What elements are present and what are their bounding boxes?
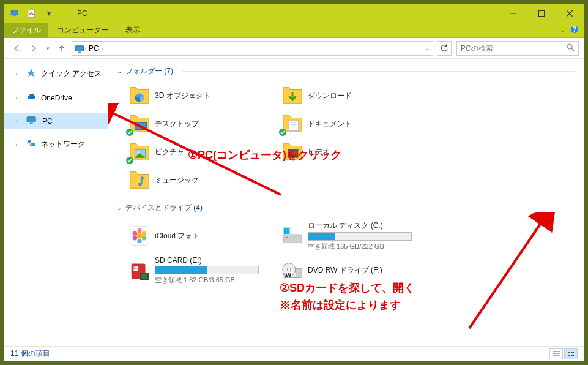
ribbon-tab-view[interactable]: 表示 (117, 23, 149, 38)
svg-point-29 (137, 151, 140, 154)
chevron-right-icon[interactable]: › (102, 45, 103, 51)
search-icon[interactable] (567, 43, 575, 53)
sidebar-item-onedrive[interactable]: › OneDrive (4, 89, 108, 107)
pc-icon (26, 116, 37, 126)
ribbon-expand-icon[interactable]: ⌄ (560, 26, 565, 34)
search-input[interactable] (461, 44, 567, 53)
search-box[interactable] (456, 41, 579, 56)
onedrive-icon (26, 92, 36, 103)
group-header-folders[interactable]: ⌄ フォルダー (7) (111, 64, 581, 79)
svg-point-41 (133, 236, 138, 241)
drive-icloud-photo[interactable]: iCloud フォト (123, 218, 276, 254)
folder-desktop[interactable]: デスクトップ (123, 110, 276, 138)
group-header-devices[interactable]: ⌄ デバイスとドライブ (4) (111, 200, 581, 216)
quick-access-icon (26, 68, 36, 80)
sidebar-item-pc[interactable]: › PC (4, 113, 108, 129)
ribbon: ファイル コンピューター 表示 ⌄ ? (4, 23, 584, 38)
maximize-button[interactable] (527, 4, 556, 23)
svg-rect-1 (13, 15, 16, 16)
folder-3d-objects[interactable]: 3D オブジェクト (123, 81, 276, 110)
svg-rect-48 (284, 231, 287, 234)
sidebar-item-label: クイック アクセス (41, 69, 102, 79)
statusbar: 11 個の項目 (4, 346, 584, 361)
svg-rect-43 (283, 235, 302, 243)
svg-rect-23 (289, 120, 298, 130)
chevron-right-icon[interactable]: › (15, 95, 21, 101)
large-icons-view-button[interactable] (564, 348, 578, 359)
svg-point-40 (137, 239, 142, 244)
svg-point-42 (133, 231, 138, 236)
svg-point-39 (142, 236, 147, 241)
sidebar-item-label: OneDrive (41, 94, 72, 102)
back-button[interactable] (9, 41, 24, 56)
folders-grid: 3D オブジェクト ダウンロード デスクトップ ドキュメント ピクチャ (111, 79, 581, 200)
system-menu-icon[interactable] (8, 7, 21, 20)
svg-rect-16 (28, 140, 31, 143)
svg-rect-46 (284, 228, 287, 231)
chevron-right-icon[interactable]: › (15, 118, 21, 124)
svg-rect-9 (75, 45, 84, 51)
qat-properties-icon[interactable] (25, 7, 39, 20)
folder-music[interactable]: ミュージック (123, 166, 276, 194)
status-item-count: 11 個の項目 (10, 348, 50, 359)
svg-rect-67 (568, 352, 570, 353)
details-view-button[interactable] (549, 348, 563, 359)
svg-rect-14 (27, 117, 35, 122)
svg-text:?: ? (572, 25, 576, 34)
drive-local-c[interactable]: ローカル ディスク (C:) 空き領域 165 GB/222 GB (276, 218, 429, 254)
up-button[interactable] (54, 41, 69, 56)
folder-pictures[interactable]: ピクチャ (123, 138, 276, 166)
minimize-button[interactable] (499, 4, 527, 23)
svg-line-12 (571, 48, 574, 51)
svg-marker-13 (27, 69, 35, 77)
svg-rect-69 (568, 355, 570, 356)
breadcrumb-pc[interactable]: PC (86, 44, 102, 53)
address-dropdown-icon[interactable]: ⌄ (425, 45, 430, 51)
svg-rect-54 (141, 274, 147, 279)
svg-rect-44 (286, 237, 288, 238)
svg-rect-0 (11, 10, 18, 15)
sidebar-item-quick-access[interactable]: › クイック アクセス (4, 65, 108, 83)
folder-documents[interactable]: ドキュメント (276, 110, 429, 138)
window-title: PC (77, 9, 87, 18)
svg-rect-70 (571, 355, 574, 356)
svg-rect-47 (287, 228, 290, 231)
svg-point-36 (136, 233, 143, 239)
folder-videos[interactable]: ビデオ (276, 138, 429, 166)
svg-rect-33 (288, 156, 298, 158)
usage-bar (308, 232, 412, 241)
explorer-window: ▾ PC ファイル コンピューター 表示 ⌄ ? (4, 4, 584, 361)
chevron-down-icon[interactable]: ⌄ (117, 68, 122, 75)
sidebar-item-label: PC (42, 117, 53, 126)
svg-rect-49 (287, 231, 290, 234)
devices-grid: iCloud フォト ローカル ディスク (C:) 空き領域 165 GB/22… (111, 216, 581, 293)
chevron-right-icon[interactable]: › (15, 141, 21, 148)
close-button[interactable] (556, 4, 584, 23)
svg-rect-21 (135, 122, 146, 129)
titlebar: ▾ PC (4, 4, 584, 23)
ribbon-tab-computer[interactable]: コンピューター (48, 23, 117, 38)
svg-point-11 (567, 44, 572, 49)
folder-downloads[interactable]: ダウンロード (276, 81, 429, 110)
recent-locations-button[interactable]: ▾ (43, 41, 52, 56)
chevron-right-icon[interactable]: › (15, 71, 21, 77)
svg-rect-17 (31, 143, 35, 146)
svg-text:DVD: DVD (281, 270, 296, 277)
qat-dropdown-icon[interactable]: ▾ (42, 7, 56, 20)
address-bar[interactable]: › PC › ⌄ (72, 41, 433, 56)
svg-rect-15 (30, 122, 33, 124)
svg-rect-32 (288, 149, 298, 151)
annotation-text-2b: ※名前は設定によります (280, 298, 401, 312)
content-area: ⌄ フォルダー (7) 3D オブジェクト ダウンロード デスクトップ (108, 59, 584, 346)
drive-dvd[interactable]: DVD DVD RW ドライブ (F:) (276, 254, 429, 287)
chevron-down-icon[interactable]: ⌄ (117, 205, 122, 211)
svg-text:L: L (134, 263, 138, 271)
ribbon-tab-file[interactable]: ファイル (4, 23, 48, 38)
svg-rect-68 (571, 352, 574, 353)
refresh-button[interactable] (437, 41, 452, 56)
sidebar-item-network[interactable]: › ネットワーク (4, 135, 108, 153)
forward-button[interactable] (26, 41, 41, 56)
help-icon[interactable]: ? (570, 25, 579, 36)
network-icon (26, 138, 36, 150)
drive-sd-card[interactable]: L SD CARD (E:) 空き領域 1.82 GB/3.65 GB (123, 254, 276, 287)
